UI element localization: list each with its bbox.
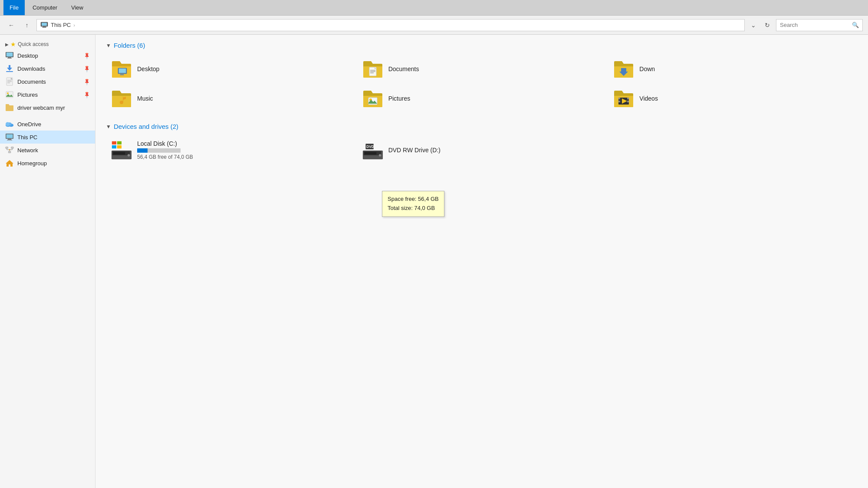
svg-rect-2	[43, 26, 46, 27]
svg-rect-5	[7, 52, 13, 57]
pictures-folder-icon	[362, 88, 383, 109]
svg-rect-25	[6, 147, 8, 149]
pictures-sidebar-icon	[5, 90, 14, 99]
up-icon: ↑	[26, 22, 29, 29]
videos-folder-icon	[613, 88, 634, 109]
desktop-folder-label: Desktop	[137, 66, 159, 72]
drive-item-d[interactable]: DVD DVD RW Drive (D:)	[357, 136, 607, 164]
downloads-sidebar-icon	[5, 64, 14, 73]
content-area: ▼ Folders (6) De	[95, 35, 868, 488]
drive-c-bar-fill	[137, 148, 148, 153]
tooltip-drive-info: Space free: 56,4 GB Total size: 74,0 GB	[382, 191, 444, 217]
sidebar-item-onedrive[interactable]: OneDrive	[0, 118, 95, 131]
folder-item-music[interactable]: Music	[106, 85, 355, 112]
back-icon: ←	[8, 22, 14, 29]
pin-icon-documents: 📌	[82, 77, 91, 85]
svg-rect-50	[112, 141, 116, 144]
folders-grid: Desktop Documents	[106, 55, 858, 112]
svg-point-19	[6, 122, 10, 126]
quick-access-section: ▶ ★ Quick access	[0, 38, 95, 49]
svg-point-15	[7, 92, 9, 94]
menu-file[interactable]: File	[3, 0, 25, 15]
videos-label-partial: Videos	[639, 95, 658, 102]
sidebar-item-desktop[interactable]: Desktop 📌	[0, 49, 95, 62]
svg-rect-24	[8, 151, 10, 153]
downloads-label-partial: Down	[639, 66, 655, 72]
breadcrumb[interactable]: This PC ›	[36, 19, 745, 31]
folders-section-label: Folders (6)	[114, 42, 145, 49]
breadcrumb-thispc: This PC	[51, 22, 71, 28]
menu-computer[interactable]: Computer	[26, 3, 63, 13]
drives-grid: Local Disk (C:) 56,4 GB free of 74,0 GB …	[106, 136, 858, 164]
up-button[interactable]: ↑	[21, 19, 33, 31]
documents-sidebar-icon	[5, 77, 14, 86]
tooltip-line1: Space free: 56,4 GB	[388, 195, 439, 204]
drive-c-bar	[137, 148, 181, 153]
drive-c-info: Local Disk (C:) 56,4 GB free of 74,0 GB	[137, 140, 193, 160]
sidebar-onedrive-label: OneDrive	[17, 121, 41, 128]
folder-item-documents[interactable]: Documents	[357, 55, 607, 83]
sidebar-item-driver-webcam[interactable]: driver webcam myr	[0, 101, 95, 114]
pin-icon-pictures: 📌	[82, 90, 91, 98]
drive-d-info: DVD RW Drive (D:)	[388, 147, 441, 154]
search-icon: 🔍	[852, 22, 859, 28]
sidebar-item-this-pc[interactable]: This PC	[0, 131, 95, 144]
documents-folder-icon	[362, 59, 383, 79]
chevron-down-icon[interactable]: ⌄	[748, 20, 759, 30]
tooltip-line2: Total size: 74,0 GB	[388, 204, 439, 213]
svg-rect-7	[7, 58, 12, 59]
refresh-icon[interactable]: ↻	[762, 20, 773, 30]
svg-rect-35	[120, 74, 124, 75]
homegroup-sidebar-icon	[5, 159, 14, 167]
documents-folder-label: Documents	[388, 66, 419, 72]
onedrive-sidebar-icon	[5, 120, 14, 128]
sidebar-this-pc-label: This PC	[17, 134, 37, 141]
svg-text:DVD: DVD	[366, 144, 374, 149]
sidebar-homegroup-label: Homegroup	[17, 160, 47, 167]
folder-sidebar-icon	[5, 103, 14, 112]
svg-rect-47	[627, 98, 629, 99]
folder-item-downloads[interactable]: Down	[608, 55, 858, 83]
folders-section-header[interactable]: ▼ Folders (6)	[106, 42, 858, 49]
folders-chevron-icon: ▼	[106, 43, 111, 49]
this-pc-sidebar-icon	[5, 133, 14, 141]
sidebar-item-documents[interactable]: Documents 📌	[0, 75, 95, 88]
quick-access-chevron: ▶	[5, 42, 9, 47]
svg-rect-64	[364, 152, 376, 155]
sidebar-item-homegroup[interactable]: Homegroup	[0, 157, 95, 170]
drive-item-c[interactable]: Local Disk (C:) 56,4 GB free of 74,0 GB	[106, 136, 355, 164]
menu-view[interactable]: View	[65, 3, 89, 13]
search-box[interactable]: 🔍	[776, 19, 863, 31]
sidebar: ▶ ★ Quick access Desktop 📌 Downloads 📌	[0, 35, 95, 488]
folder-item-desktop[interactable]: Desktop	[106, 55, 355, 83]
sidebar-network-label: Network	[17, 147, 38, 154]
sidebar-item-network[interactable]: Network	[0, 144, 95, 157]
svg-point-31	[9, 149, 10, 151]
svg-rect-52	[112, 145, 116, 148]
sidebar-driver-webcam-label: driver webcam myr	[17, 105, 65, 111]
folder-item-videos[interactable]: Videos	[608, 85, 858, 112]
sidebar-downloads-label: Downloads	[17, 66, 45, 72]
folder-item-pictures[interactable]: Pictures	[357, 85, 607, 112]
svg-rect-51	[117, 141, 122, 144]
pin-icon-downloads: 📌	[82, 64, 91, 72]
svg-point-63	[379, 154, 381, 157]
back-button[interactable]: ←	[5, 19, 17, 31]
svg-rect-1	[42, 23, 47, 26]
star-icon: ★	[10, 41, 16, 48]
sidebar-item-downloads[interactable]: Downloads 📌	[0, 62, 95, 75]
desktop-sidebar-icon	[5, 51, 14, 60]
svg-point-56	[128, 154, 130, 157]
main-layout: ▶ ★ Quick access Desktop 📌 Downloads 📌	[0, 35, 868, 488]
sidebar-item-pictures[interactable]: Pictures 📌	[0, 88, 95, 101]
pictures-folder-label: Pictures	[388, 95, 411, 102]
drives-section-label: Devices and drives (2)	[114, 123, 178, 130]
network-sidebar-icon	[5, 146, 14, 154]
drives-section-header[interactable]: ▼ Devices and drives (2)	[106, 123, 858, 130]
local-disk-icon	[111, 140, 132, 160]
svg-rect-26	[11, 147, 13, 149]
svg-rect-48	[627, 101, 629, 102]
search-input[interactable]	[780, 22, 850, 28]
drive-d-label: DVD RW Drive (D:)	[388, 147, 441, 154]
drives-chevron-icon: ▼	[106, 124, 111, 130]
